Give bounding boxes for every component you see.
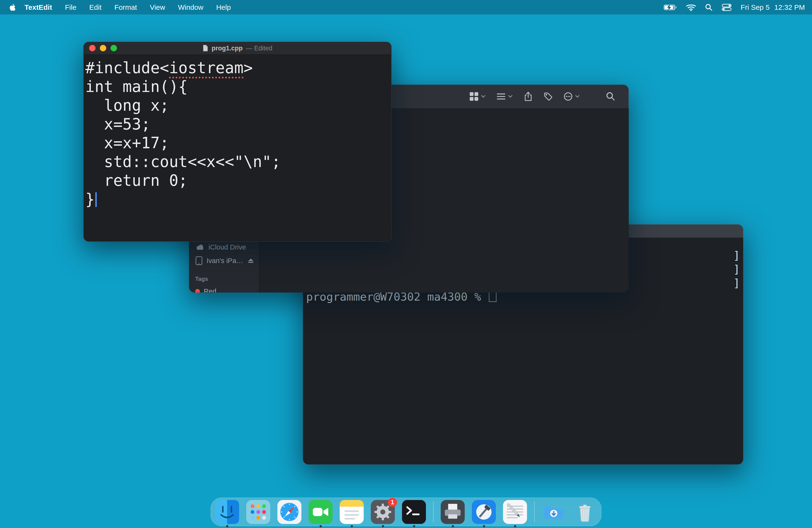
chevron-down-icon: [508, 95, 513, 98]
menu-clock[interactable]: Fri Sep 5 12:32 PM: [741, 3, 805, 11]
dock-system-settings-icon[interactable]: 1: [371, 500, 395, 524]
battery-menu[interactable]: [664, 4, 677, 11]
sidebar-section-tags: Tags: [195, 276, 208, 282]
share-button[interactable]: [524, 91, 533, 101]
code-line: #include<iostream>: [85, 58, 390, 77]
running-indicator: [226, 525, 228, 527]
minimize-button[interactable]: [100, 45, 106, 51]
document-icon: [203, 45, 208, 52]
share-icon: [524, 91, 533, 101]
menu-date: Fri Sep 5: [741, 3, 770, 11]
dock-xcode-icon[interactable]: [472, 500, 496, 524]
chevron-down-icon: [575, 95, 580, 98]
ellipsis-circle-icon: [564, 92, 572, 101]
dock-notes-icon[interactable]: [340, 500, 364, 524]
dock-textedit-icon[interactable]: [503, 500, 527, 524]
window-title-edited: — Edited: [246, 44, 272, 52]
sidebar-item-tag-red[interactable]: Red: [195, 285, 256, 293]
dock-printer-app-icon[interactable]: [441, 500, 465, 524]
menu-edit[interactable]: Edit: [83, 3, 108, 11]
terminal-cursor: [489, 291, 496, 302]
dock-downloads-folder-icon[interactable]: [542, 500, 566, 524]
dock-separator: [534, 501, 535, 522]
group-button[interactable]: [496, 93, 513, 100]
menu-file[interactable]: File: [58, 3, 83, 11]
running-indicator: [351, 525, 353, 527]
code-line: int main(){: [85, 77, 390, 96]
running-indicator: [319, 525, 322, 527]
group-by-icon: [496, 93, 506, 100]
zoom-button[interactable]: [111, 45, 117, 51]
battery-charging-icon: [664, 4, 677, 11]
running-indicator: [382, 525, 384, 527]
dock-launchpad-icon[interactable]: [246, 500, 270, 524]
menu-bar: TextEdit File Edit Format View Window He…: [0, 0, 812, 14]
running-indicator: [483, 525, 485, 527]
ipad-icon: [195, 256, 203, 265]
running-indicator: [514, 525, 516, 527]
search-icon: [705, 3, 713, 11]
control-center-icon: [722, 4, 732, 11]
view-options-button[interactable]: [469, 92, 485, 101]
apple-logo-icon: [9, 3, 16, 11]
textedit-window: prog1.cpp — Edited #include<iostream> in…: [84, 42, 392, 242]
wifi-icon: [686, 3, 696, 11]
code-text: >: [243, 59, 253, 77]
search-button[interactable]: [606, 92, 615, 101]
dock: 1: [211, 498, 601, 526]
tag-icon: [543, 92, 553, 101]
grid-view-icon: [469, 92, 478, 101]
app-menu-textedit[interactable]: TextEdit: [18, 3, 58, 11]
code-text: }: [85, 190, 95, 208]
misspelled-word: iostream: [169, 59, 243, 78]
window-title: prog1.cpp — Edited: [203, 44, 272, 52]
sidebar-item-ivans-ipad[interactable]: Ivan's iPa…: [195, 254, 256, 267]
cloud-icon: [195, 244, 205, 251]
dock-trash-icon[interactable]: [573, 500, 597, 524]
sidebar-item-icloud-drive[interactable]: iCloud Drive: [195, 241, 256, 253]
eject-icon: [248, 258, 254, 263]
sidebar-item-label: Ivan's iPa…: [206, 257, 243, 265]
search-icon: [606, 92, 615, 101]
code-line: std::cout<<x<<"\n";: [85, 152, 390, 171]
dock-safari-icon[interactable]: [277, 500, 301, 524]
textedit-titlebar[interactable]: prog1.cpp — Edited: [84, 42, 392, 55]
more-actions-button[interactable]: [564, 92, 580, 101]
sidebar-item-label: iCloud Drive: [208, 243, 246, 251]
code-line: return 0;: [85, 171, 390, 190]
eject-button[interactable]: [248, 258, 254, 263]
running-indicator: [413, 525, 415, 527]
menu-help[interactable]: Help: [210, 3, 237, 11]
dock-facetime-icon[interactable]: [308, 500, 333, 524]
code-line: }: [85, 190, 390, 209]
menu-format[interactable]: Format: [108, 3, 143, 11]
text-editor[interactable]: #include<iostream> int main(){ long x; x…: [84, 55, 392, 212]
menu-view[interactable]: View: [143, 3, 171, 11]
notification-badge: 1: [388, 498, 397, 507]
control-center-menu[interactable]: [722, 4, 732, 11]
chevron-down-icon: [481, 95, 485, 98]
red-tag-icon: [195, 289, 200, 293]
wifi-menu[interactable]: [686, 3, 696, 11]
apple-menu[interactable]: [7, 3, 18, 11]
text-cursor: [95, 192, 97, 207]
code-line: x=53;: [85, 115, 390, 134]
close-button[interactable]: [89, 45, 96, 51]
tags-button[interactable]: [543, 92, 553, 101]
code-line: x=x+17;: [85, 134, 390, 152]
dock-separator: [433, 501, 434, 522]
sidebar-item-label: Red: [204, 288, 216, 293]
menu-time: 12:32 PM: [774, 3, 805, 11]
window-title-filename: prog1.cpp: [212, 44, 243, 52]
spotlight-menu[interactable]: [705, 3, 713, 11]
dock-terminal-icon[interactable]: [402, 500, 426, 524]
running-indicator: [452, 525, 454, 527]
code-text: #include<: [85, 59, 169, 77]
dock-finder-icon[interactable]: [215, 500, 239, 524]
menu-window[interactable]: Window: [172, 3, 210, 11]
code-line: long x;: [85, 96, 390, 115]
